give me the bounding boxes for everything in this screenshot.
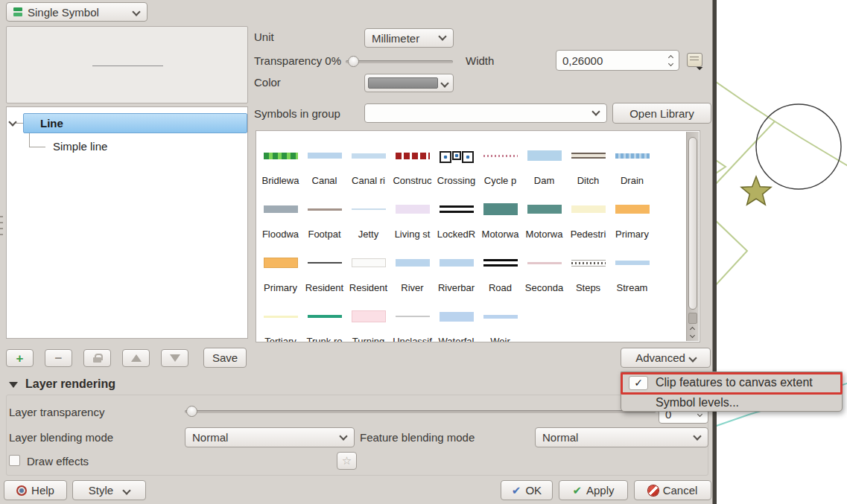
color-button[interactable] (364, 74, 454, 92)
symbol-item[interactable]: Trunk ro (302, 293, 346, 342)
symbol-item[interactable]: River (390, 240, 434, 293)
symbol-item[interactable]: Canal ri (346, 133, 390, 186)
effects-customize-button[interactable]: ☆ (337, 452, 357, 470)
add-symbol-layer-button[interactable]: + (6, 349, 34, 367)
advanced-button[interactable]: Advanced (621, 348, 711, 368)
symbol-swatch (434, 309, 478, 324)
symbol-swatch (434, 255, 478, 270)
symbol-item[interactable]: Primary (610, 186, 654, 240)
symbol-item[interactable]: Jetty (346, 186, 390, 240)
symbol-layer-tree[interactable]: Line Simple line (6, 106, 248, 339)
symbol-item[interactable]: Drain (610, 133, 654, 186)
layer-transparency-slider-track[interactable] (185, 410, 656, 413)
symbol-label: Drain (610, 175, 654, 187)
symbol-label: Seconda (522, 282, 566, 294)
symbol-item[interactable]: Cycle p (478, 133, 522, 186)
symbol-item[interactable]: Tertiary (258, 293, 302, 342)
symbol-item[interactable]: Resident (302, 240, 346, 293)
symbol-swatch (566, 255, 610, 270)
layer-blending-combo[interactable]: Normal (185, 427, 355, 447)
symbol-item[interactable]: Ditch (566, 133, 610, 186)
lock-color-button[interactable] (83, 349, 111, 367)
spin-down-icon[interactable] (668, 60, 673, 66)
tree-item-simple-line[interactable]: Simple line (53, 140, 107, 153)
symbol-swatch (478, 309, 522, 324)
remove-symbol-layer-button[interactable]: − (45, 349, 72, 367)
scrollbar-thumb[interactable] (688, 137, 697, 310)
symbol-item[interactable]: Crossing (434, 133, 478, 186)
symbol-item[interactable]: Riverbar (434, 240, 478, 293)
symbol-item[interactable]: Primary (258, 240, 302, 293)
open-library-button[interactable]: Open Library (612, 103, 711, 124)
data-defined-override-button[interactable] (687, 53, 702, 67)
layer-transparency-slider-handle[interactable] (186, 406, 197, 417)
collapse-arrow-icon[interactable] (9, 382, 18, 388)
menu-item-symbol-levels[interactable]: Symbol levels... (623, 393, 840, 412)
symbol-item[interactable]: Seconda (522, 240, 566, 293)
symbol-library-list[interactable]: BridlewaCanalCanal riConstrucCrossingCyc… (256, 130, 700, 342)
symbol-swatch (434, 148, 478, 163)
symbol-item[interactable]: Waterfal (434, 293, 478, 342)
symbol-item[interactable]: Construc (390, 133, 434, 186)
symbol-item[interactable]: Floodwa (258, 186, 302, 240)
spin-up-icon[interactable] (668, 54, 673, 60)
symbol-swatch (566, 202, 610, 217)
symbol-item[interactable]: Weir (478, 293, 522, 342)
spinbox-arrows[interactable] (669, 51, 673, 70)
scroll-up-icon[interactable] (690, 327, 695, 332)
open-library-label: Open Library (629, 107, 694, 120)
symbol-label: Cycle p (478, 175, 522, 187)
symbol-label: Primary (610, 229, 654, 240)
tree-item-line[interactable]: Line (23, 113, 247, 133)
symbol-item[interactable]: Bridlewa (258, 133, 302, 186)
save-button[interactable]: Save (203, 348, 247, 368)
symbol-item[interactable]: LockedR (434, 186, 478, 240)
ok-button[interactable]: ✔ OK (501, 480, 553, 500)
scroll-down-icon[interactable] (690, 333, 695, 338)
transparency-slider-handle[interactable] (348, 56, 359, 67)
symbol-item[interactable]: Canal (302, 133, 346, 186)
symbol-item[interactable]: Road (478, 240, 522, 293)
symbol-item[interactable]: Pedestri (566, 186, 610, 240)
transparency-slider-track[interactable] (346, 60, 453, 63)
apply-button[interactable]: ✔ Apply (559, 480, 628, 500)
move-up-button[interactable] (122, 349, 150, 367)
symbol-item[interactable]: Living st (390, 186, 434, 240)
symbol-item[interactable]: Stream (610, 240, 654, 293)
renderer-type-combo[interactable]: Single Symbol (6, 2, 147, 22)
advanced-menu: ✓ Clip features to canvas extent Symbol … (621, 371, 843, 412)
ok-label: OK (525, 484, 542, 497)
symbol-label: Resident (302, 282, 346, 294)
symbol-item[interactable]: Footpat (302, 186, 346, 240)
tree-expander-icon[interactable] (8, 118, 16, 126)
help-button[interactable]: Help (4, 480, 67, 500)
draw-effects-checkbox[interactable] (9, 455, 20, 466)
help-icon (16, 485, 27, 496)
symbol-label: Tertiary (258, 336, 302, 342)
symbol-label: Pedestri (566, 229, 610, 240)
symbol-item[interactable]: Dam (522, 133, 566, 186)
symbol-preview (6, 26, 248, 103)
symbol-item[interactable]: Resident (346, 240, 390, 293)
symbol-item[interactable]: Turning (346, 293, 390, 342)
unit-combo[interactable]: Millimeter (364, 28, 454, 48)
draw-effects-label: Draw effects (27, 455, 89, 468)
vertical-scrollbar[interactable] (686, 132, 699, 341)
move-down-button[interactable] (161, 349, 188, 367)
symbol-item[interactable]: Motorwa (522, 186, 566, 240)
arrow-down-icon (170, 354, 180, 362)
tree-connector (16, 123, 23, 124)
symbol-item[interactable]: Unclassif (390, 293, 434, 342)
chevron-down-icon (438, 32, 446, 40)
symbol-item[interactable]: Motorwa (478, 186, 522, 240)
chevron-down-icon (693, 432, 701, 440)
menu-item-clip-features[interactable]: ✓ Clip features to canvas extent (623, 373, 840, 392)
tree-item-label: Line (40, 117, 63, 130)
splitter-handle[interactable] (0, 216, 3, 235)
cancel-button[interactable]: Cancel (634, 480, 711, 500)
style-button[interactable]: Style (72, 480, 146, 500)
feature-blending-combo[interactable]: Normal (535, 427, 708, 447)
width-spinbox[interactable]: 0,26000 (556, 50, 679, 71)
symbol-item[interactable]: Steps (566, 240, 610, 293)
symbols-group-combo[interactable] (364, 103, 607, 123)
